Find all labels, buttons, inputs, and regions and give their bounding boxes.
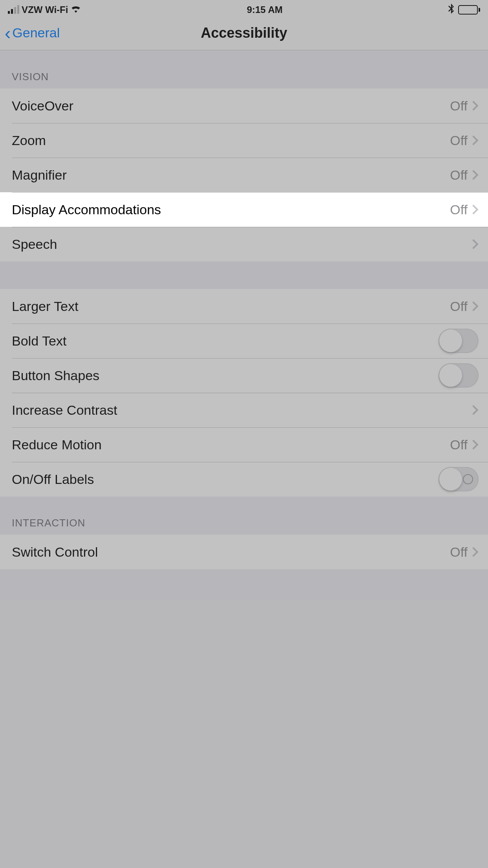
row-value: Off bbox=[450, 299, 468, 314]
nav-bar: ‹ General Accessibility bbox=[0, 16, 488, 50]
clock: 9:15 AM bbox=[247, 4, 283, 15]
page-title: Accessibility bbox=[201, 25, 287, 41]
chevron-right-icon bbox=[472, 547, 479, 557]
back-button[interactable]: ‹ General bbox=[5, 24, 60, 42]
row-reduce-motion[interactable]: Reduce Motion Off bbox=[0, 427, 488, 462]
row-label: Switch Control bbox=[12, 544, 450, 560]
chevron-right-icon bbox=[472, 135, 479, 145]
row-value: Off bbox=[450, 133, 468, 148]
chevron-right-icon bbox=[472, 405, 479, 415]
row-label: Larger Text bbox=[12, 299, 450, 314]
row-label: Button Shapes bbox=[12, 368, 438, 383]
row-display-accommodations[interactable]: Display Accommodations Off bbox=[0, 192, 488, 227]
row-label: VoiceOver bbox=[12, 98, 450, 114]
back-label: General bbox=[12, 25, 60, 40]
row-bold-text[interactable]: Bold Text bbox=[0, 324, 488, 358]
chevron-right-icon bbox=[472, 101, 479, 111]
row-value: Off bbox=[450, 167, 468, 183]
chevron-right-icon bbox=[472, 170, 479, 180]
row-label: Reduce Motion bbox=[12, 437, 450, 452]
battery-icon bbox=[458, 5, 480, 15]
toggle-onoff-labels[interactable] bbox=[438, 467, 479, 491]
row-label: Magnifier bbox=[12, 167, 450, 183]
section-header-interaction: INTERACTION bbox=[0, 497, 488, 535]
chevron-right-icon bbox=[472, 239, 479, 249]
bluetooth-icon bbox=[448, 4, 454, 16]
chevron-right-icon bbox=[472, 301, 479, 311]
row-larger-text[interactable]: Larger Text Off bbox=[0, 289, 488, 324]
row-value: Off bbox=[450, 202, 468, 217]
row-label: Speech bbox=[12, 237, 472, 252]
wifi-icon bbox=[70, 4, 81, 15]
toggle-bold-text[interactable] bbox=[438, 329, 479, 353]
carrier-label: VZW Wi-Fi bbox=[22, 4, 68, 15]
row-label: Display Accommodations bbox=[12, 202, 450, 217]
row-zoom[interactable]: Zoom Off bbox=[0, 123, 488, 158]
row-value: Off bbox=[450, 544, 468, 560]
chevron-left-icon: ‹ bbox=[5, 24, 11, 42]
cellular-signal-icon bbox=[8, 6, 19, 14]
chevron-right-icon bbox=[472, 204, 479, 215]
row-label: On/Off Labels bbox=[12, 472, 438, 487]
row-label: Zoom bbox=[12, 133, 450, 148]
row-voiceover[interactable]: VoiceOver Off bbox=[0, 88, 488, 123]
row-magnifier[interactable]: Magnifier Off bbox=[0, 158, 488, 192]
row-label: Bold Text bbox=[12, 333, 438, 349]
row-label: Increase Contrast bbox=[12, 403, 472, 418]
status-bar: VZW Wi-Fi 9:15 AM bbox=[0, 0, 488, 16]
chevron-right-icon bbox=[472, 440, 479, 450]
toggle-button-shapes[interactable] bbox=[438, 363, 479, 388]
row-button-shapes[interactable]: Button Shapes bbox=[0, 358, 488, 393]
row-speech[interactable]: Speech bbox=[0, 227, 488, 261]
row-increase-contrast[interactable]: Increase Contrast bbox=[0, 393, 488, 427]
row-value: Off bbox=[450, 437, 468, 452]
row-switch-control[interactable]: Switch Control Off bbox=[0, 535, 488, 569]
row-onoff-labels[interactable]: On/Off Labels bbox=[0, 462, 488, 497]
section-header-vision: VISION bbox=[0, 50, 488, 88]
row-value: Off bbox=[450, 98, 468, 114]
